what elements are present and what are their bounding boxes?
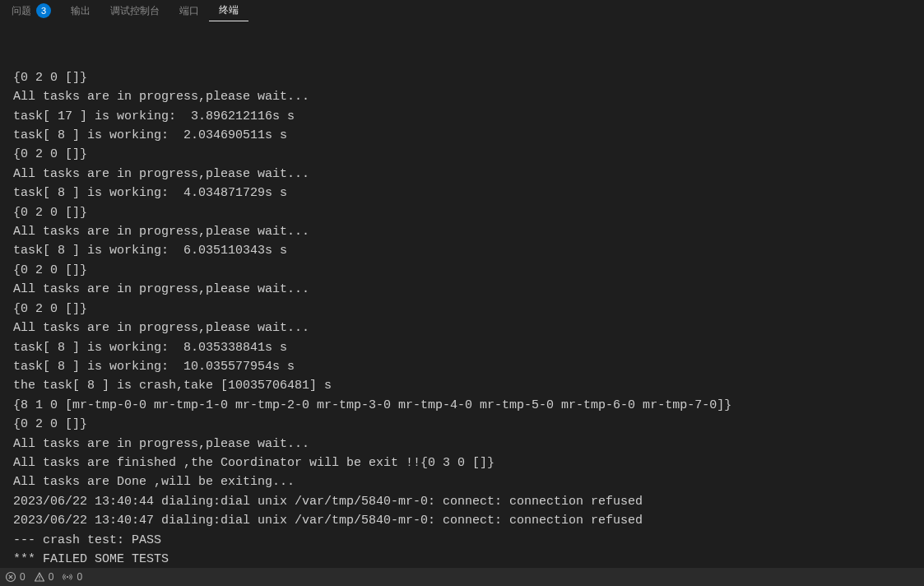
tab-ports[interactable]: 端口 — [169, 1, 209, 21]
tab-terminal[interactable]: 终端 — [209, 0, 248, 21]
status-errors-count: 0 — [20, 571, 26, 583]
terminal-line: task[ 8 ] is working: 4.034871729s s — [13, 184, 911, 202]
terminal-line: {0 2 0 []} — [13, 261, 911, 280]
terminal-line: All tasks are in progress,please wait... — [13, 222, 911, 241]
status-radio[interactable]: 0 — [62, 571, 82, 583]
problems-badge: 3 — [36, 3, 51, 18]
warning-triangle-icon — [34, 571, 45, 583]
terminal-line: All tasks are in progress,please wait... — [13, 435, 911, 453]
tab-problems[interactable]: 问题 3 — [2, 0, 61, 21]
terminal-line: All tasks are finished ,the Coordinator … — [13, 453, 911, 472]
terminal-line: All tasks are in progress,please wait... — [13, 165, 911, 184]
terminal-line: {0 2 0 []} — [13, 68, 911, 87]
status-warnings-count: 0 — [49, 571, 54, 583]
terminal-line: {0 2 0 []} — [13, 203, 911, 222]
tab-output[interactable]: 输出 — [61, 1, 100, 21]
terminal-line: task[ 8 ] is working: 2.034690511s s — [13, 126, 911, 145]
status-errors[interactable]: 0 — [5, 571, 26, 583]
terminal-line: All tasks are in progress,please wait... — [13, 319, 911, 337]
terminal-line: All tasks are Done ,will be exiting... — [13, 472, 911, 491]
terminal-line: task[ 17 ] is working: 3.896212116s s — [13, 107, 911, 126]
status-radio-count: 0 — [77, 571, 82, 583]
svg-point-3 — [67, 576, 68, 578]
terminal-line: --- crash test: PASS — [13, 531, 911, 550]
terminal-line: *** FAILED SOME TESTS — [13, 550, 911, 569]
tab-debug-console-label: 调试控制台 — [110, 4, 160, 18]
terminal-line: task[ 8 ] is working: 10.035577954s s — [13, 357, 911, 376]
terminal-line: the task[ 8 ] is crash,take [10035706481… — [13, 376, 911, 395]
tab-terminal-label: 终端 — [219, 3, 239, 17]
terminal-output[interactable]: {0 2 0 []}All tasks are in progress,plea… — [0, 21, 924, 586]
panel-tabs: 问题 3 输出 调试控制台 端口 终端 — [0, 0, 924, 21]
tab-debug-console[interactable]: 调试控制台 — [100, 1, 169, 21]
terminal-line: {0 2 0 []} — [13, 415, 911, 434]
tab-output-label: 输出 — [71, 4, 91, 18]
terminal-line: task[ 8 ] is working: 6.035110343s s — [13, 241, 911, 260]
status-bar: 0 0 0 — [0, 568, 924, 586]
svg-point-2 — [39, 579, 39, 580]
terminal-line: 2023/06/22 13:40:47 dialing:dial unix /v… — [13, 511, 911, 530]
tab-ports-label: 端口 — [179, 4, 199, 18]
tab-problems-label: 问题 — [12, 4, 31, 18]
terminal-line: All tasks are in progress,please wait... — [13, 87, 911, 106]
terminal-line: task[ 8 ] is working: 8.035338841s s — [13, 338, 911, 357]
error-circle-icon — [5, 571, 16, 583]
terminal-line: {0 2 0 []} — [13, 145, 911, 164]
terminal-line: {8 1 0 [mr-tmp-0-0 mr-tmp-1-0 mr-tmp-2-0… — [13, 396, 911, 415]
terminal-line: All tasks are in progress,please wait... — [13, 280, 911, 299]
status-warnings[interactable]: 0 — [34, 571, 54, 583]
terminal-line: {0 2 0 []} — [13, 300, 911, 319]
radio-tower-icon — [62, 571, 73, 583]
terminal-line: 2023/06/22 13:40:44 dialing:dial unix /v… — [13, 492, 911, 511]
